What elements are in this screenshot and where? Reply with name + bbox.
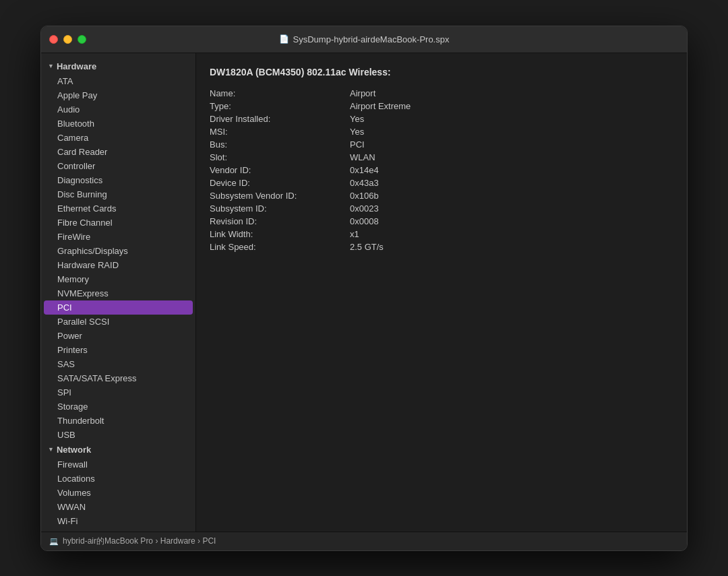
breadcrumb: hybrid-air的MacBook Pro › Hardware › PCI <box>63 536 216 547</box>
content-area: ▼HardwareATAApple PayAudioBluetoothCamer… <box>41 53 687 532</box>
sidebar-item-firewire[interactable]: FireWire <box>41 230 195 244</box>
file-icon: 📄 <box>279 34 289 44</box>
field-label-7: Device ID: <box>210 178 344 188</box>
section-header-network[interactable]: ▼Network <box>41 442 195 457</box>
sidebar-item-nvmexpress[interactable]: NVMExpress <box>41 286 195 300</box>
field-label-0: Name: <box>210 88 344 98</box>
field-value-8: 0x106b <box>350 191 673 201</box>
field-value-5: WLAN <box>350 152 673 162</box>
sidebar-item-camera[interactable]: Camera <box>41 131 195 145</box>
sidebar-item-storage[interactable]: Storage <box>41 399 195 414</box>
sidebar-item-memory[interactable]: Memory <box>41 272 195 286</box>
section-header-hardware[interactable]: ▼Hardware <box>41 59 195 74</box>
window-title: 📄 SysDump-hybrid-airdeMacBook-Pro.spx <box>279 34 450 44</box>
field-value-12: 2.5 GT/s <box>350 242 673 252</box>
sidebar-item-fibre-channel[interactable]: Fibre Channel <box>41 216 195 230</box>
sidebar-item-wwan[interactable]: WWAN <box>41 500 195 514</box>
sidebar-item-card-reader[interactable]: Card Reader <box>41 145 195 159</box>
sidebar-item-locations[interactable]: Locations <box>41 472 195 486</box>
maximize-button[interactable] <box>78 35 86 44</box>
minimize-button[interactable] <box>63 35 72 44</box>
sidebar-item-sata-express[interactable]: SATA/SATA Express <box>41 371 195 385</box>
sidebar-item-ethernet-cards[interactable]: Ethernet Cards <box>41 201 195 216</box>
field-value-7: 0x43a3 <box>350 178 673 188</box>
triangle-icon: ▼ <box>48 446 54 453</box>
sidebar-item-thunderbolt[interactable]: Thunderbolt <box>41 414 195 428</box>
sidebar-item-ata[interactable]: ATA <box>41 74 195 88</box>
field-value-6: 0x14e4 <box>350 165 673 175</box>
sidebar-item-controller[interactable]: Controller <box>41 159 195 173</box>
sidebar-item-bluetooth[interactable]: Bluetooth <box>41 117 195 131</box>
field-label-6: Vendor ID: <box>210 165 344 175</box>
titlebar: 📄 SysDump-hybrid-airdeMacBook-Pro.spx <box>41 26 687 53</box>
field-label-9: Subsystem ID: <box>210 203 344 214</box>
main-window: 📄 SysDump-hybrid-airdeMacBook-Pro.spx ▼H… <box>40 26 688 551</box>
sidebar-item-printers[interactable]: Printers <box>41 343 195 357</box>
triangle-icon: ▼ <box>48 63 54 69</box>
sidebar-item-sas[interactable]: SAS <box>41 357 195 371</box>
field-value-9: 0x0023 <box>350 203 673 214</box>
info-table: Name:AirportType:Airport ExtremeDriver I… <box>210 88 673 252</box>
field-label-11: Link Width: <box>210 229 344 239</box>
sidebar-item-spi[interactable]: SPI <box>41 385 195 399</box>
close-button[interactable] <box>49 35 58 44</box>
sidebar-item-pci[interactable]: PCI <box>44 300 193 315</box>
sidebar-item-power[interactable]: Power <box>41 329 195 343</box>
section-title: DW1820A (BCM4350) 802.11ac Wireless: <box>210 67 673 77</box>
field-label-8: Subsystem Vendor ID: <box>210 191 344 201</box>
field-value-1: Airport Extreme <box>350 101 673 111</box>
field-value-4: PCI <box>350 139 673 150</box>
sidebar-item-disc-burning[interactable]: Disc Burning <box>41 187 195 201</box>
sidebar-item-hardware-raid[interactable]: Hardware RAID <box>41 258 195 272</box>
sidebar-item-usb[interactable]: USB <box>41 428 195 442</box>
computer-icon: 💻 <box>49 537 59 546</box>
field-label-4: Bus: <box>210 139 344 150</box>
field-label-3: MSI: <box>210 127 344 137</box>
sidebar-item-audio[interactable]: Audio <box>41 102 195 117</box>
sidebar-item-parallel-scsi[interactable]: Parallel SCSI <box>41 315 195 329</box>
sidebar-item-firewall[interactable]: Firewall <box>41 457 195 472</box>
sidebar[interactable]: ▼HardwareATAApple PayAudioBluetoothCamer… <box>41 53 196 532</box>
field-label-5: Slot: <box>210 152 344 162</box>
field-value-11: x1 <box>350 229 673 239</box>
field-label-12: Link Speed: <box>210 242 344 252</box>
field-value-10: 0x0008 <box>350 216 673 226</box>
sidebar-item-apple-pay[interactable]: Apple Pay <box>41 88 195 102</box>
sidebar-item-graphics-displays[interactable]: Graphics/Displays <box>41 244 195 258</box>
sidebar-item-diagnostics[interactable]: Diagnostics <box>41 173 195 187</box>
field-value-0: Airport <box>350 88 673 98</box>
field-label-1: Type: <box>210 101 344 111</box>
main-panel: DW1820A (BCM4350) 802.11ac Wireless: Nam… <box>196 53 687 532</box>
field-label-2: Driver Installed: <box>210 114 344 124</box>
sidebar-item-wi-fi[interactable]: Wi-Fi <box>41 514 195 528</box>
field-label-10: Revision ID: <box>210 216 344 226</box>
field-value-3: Yes <box>350 127 673 137</box>
sidebar-item-volumes[interactable]: Volumes <box>41 486 195 500</box>
field-value-2: Yes <box>350 114 673 124</box>
statusbar: 💻 hybrid-air的MacBook Pro › Hardware › PC… <box>41 532 687 550</box>
